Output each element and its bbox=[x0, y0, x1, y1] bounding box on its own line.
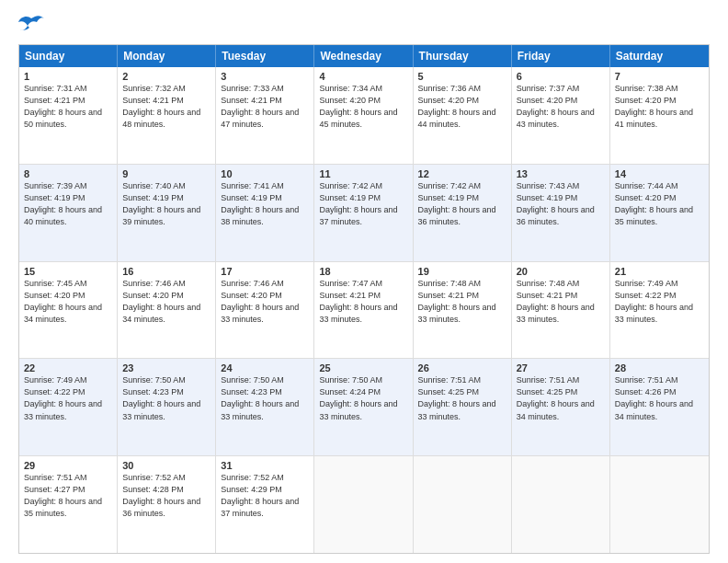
day-number: 11 bbox=[319, 168, 407, 179]
calendar-cell: 19Sunrise: 7:48 AMSunset: 4:21 PMDayligh… bbox=[414, 262, 512, 359]
calendar: SundayMondayTuesdayWednesdayThursdayFrid… bbox=[18, 44, 710, 554]
day-info: Sunrise: 7:42 AMSunset: 4:19 PMDaylight:… bbox=[418, 180, 506, 228]
calendar-row: 15Sunrise: 7:45 AMSunset: 4:20 PMDayligh… bbox=[19, 262, 709, 360]
day-number: 31 bbox=[221, 460, 309, 471]
day-number: 13 bbox=[517, 168, 605, 179]
day-number: 28 bbox=[615, 362, 704, 373]
day-number: 3 bbox=[221, 71, 309, 82]
calendar-cell: 28Sunrise: 7:51 AMSunset: 4:26 PMDayligh… bbox=[610, 359, 709, 455]
day-info: Sunrise: 7:52 AMSunset: 4:28 PMDaylight:… bbox=[122, 472, 210, 520]
calendar-row: 1Sunrise: 7:31 AMSunset: 4:21 PMDaylight… bbox=[19, 67, 709, 165]
day-info: Sunrise: 7:37 AMSunset: 4:20 PMDaylight:… bbox=[517, 83, 605, 131]
calendar-cell: 25Sunrise: 7:50 AMSunset: 4:24 PMDayligh… bbox=[314, 359, 413, 455]
day-info: Sunrise: 7:47 AMSunset: 4:21 PMDaylight:… bbox=[319, 278, 407, 326]
calendar-cell: 7Sunrise: 7:38 AMSunset: 4:20 PMDaylight… bbox=[610, 67, 709, 164]
day-number: 23 bbox=[122, 362, 210, 373]
day-info: Sunrise: 7:50 AMSunset: 4:23 PMDaylight:… bbox=[122, 374, 210, 422]
day-info: Sunrise: 7:41 AMSunset: 4:19 PMDaylight:… bbox=[221, 180, 309, 228]
day-info: Sunrise: 7:32 AMSunset: 4:21 PMDaylight:… bbox=[122, 83, 210, 131]
day-number: 25 bbox=[319, 362, 407, 373]
day-number: 22 bbox=[24, 362, 112, 373]
logo bbox=[18, 15, 51, 35]
logo-area bbox=[18, 15, 51, 35]
day-number: 2 bbox=[122, 71, 210, 82]
day-info: Sunrise: 7:39 AMSunset: 4:19 PMDaylight:… bbox=[24, 180, 112, 228]
day-number: 17 bbox=[221, 266, 309, 277]
calendar-cell bbox=[610, 456, 709, 553]
weekday-header: Monday bbox=[118, 45, 216, 67]
day-number: 12 bbox=[418, 168, 506, 179]
calendar-cell: 21Sunrise: 7:49 AMSunset: 4:22 PMDayligh… bbox=[610, 262, 709, 359]
weekday-header: Tuesday bbox=[216, 45, 314, 67]
calendar-cell bbox=[314, 456, 413, 553]
day-number: 18 bbox=[319, 266, 407, 277]
weekday-header: Thursday bbox=[414, 45, 512, 67]
weekday-header: Wednesday bbox=[314, 45, 413, 67]
day-info: Sunrise: 7:46 AMSunset: 4:20 PMDaylight:… bbox=[122, 278, 210, 326]
calendar-cell: 9Sunrise: 7:40 AMSunset: 4:19 PMDaylight… bbox=[118, 165, 216, 261]
day-info: Sunrise: 7:44 AMSunset: 4:20 PMDaylight:… bbox=[615, 180, 704, 228]
calendar-cell: 31Sunrise: 7:52 AMSunset: 4:29 PMDayligh… bbox=[216, 456, 314, 553]
day-info: Sunrise: 7:31 AMSunset: 4:21 PMDaylight:… bbox=[24, 83, 112, 131]
day-number: 1 bbox=[24, 71, 112, 82]
day-info: Sunrise: 7:48 AMSunset: 4:21 PMDaylight:… bbox=[418, 278, 506, 326]
weekday-header: Sunday bbox=[19, 45, 118, 67]
day-number: 6 bbox=[517, 71, 605, 82]
day-info: Sunrise: 7:50 AMSunset: 4:23 PMDaylight:… bbox=[221, 374, 309, 422]
calendar-cell bbox=[512, 456, 610, 553]
calendar-header: SundayMondayTuesdayWednesdayThursdayFrid… bbox=[19, 45, 709, 67]
day-info: Sunrise: 7:36 AMSunset: 4:20 PMDaylight:… bbox=[418, 83, 506, 131]
calendar-cell: 16Sunrise: 7:46 AMSunset: 4:20 PMDayligh… bbox=[118, 262, 216, 359]
day-number: 8 bbox=[24, 168, 112, 179]
day-number: 29 bbox=[24, 460, 112, 471]
calendar-cell bbox=[414, 456, 512, 553]
day-info: Sunrise: 7:50 AMSunset: 4:24 PMDaylight:… bbox=[319, 374, 407, 422]
day-info: Sunrise: 7:51 AMSunset: 4:27 PMDaylight:… bbox=[24, 472, 112, 520]
day-number: 10 bbox=[221, 168, 309, 179]
day-number: 30 bbox=[122, 460, 210, 471]
weekday-header: Friday bbox=[512, 45, 610, 67]
calendar-cell: 3Sunrise: 7:33 AMSunset: 4:21 PMDaylight… bbox=[216, 67, 314, 164]
calendar-cell: 1Sunrise: 7:31 AMSunset: 4:21 PMDaylight… bbox=[19, 67, 118, 164]
calendar-cell: 8Sunrise: 7:39 AMSunset: 4:19 PMDaylight… bbox=[19, 165, 118, 261]
day-number: 5 bbox=[418, 71, 506, 82]
calendar-body: 1Sunrise: 7:31 AMSunset: 4:21 PMDaylight… bbox=[19, 67, 709, 553]
calendar-cell: 22Sunrise: 7:49 AMSunset: 4:22 PMDayligh… bbox=[19, 359, 118, 455]
calendar-cell: 14Sunrise: 7:44 AMSunset: 4:20 PMDayligh… bbox=[610, 165, 709, 261]
calendar-cell: 23Sunrise: 7:50 AMSunset: 4:23 PMDayligh… bbox=[118, 359, 216, 455]
calendar-cell: 24Sunrise: 7:50 AMSunset: 4:23 PMDayligh… bbox=[216, 359, 314, 455]
calendar-cell: 4Sunrise: 7:34 AMSunset: 4:20 PMDaylight… bbox=[314, 67, 413, 164]
day-number: 4 bbox=[319, 71, 407, 82]
calendar-row: 29Sunrise: 7:51 AMSunset: 4:27 PMDayligh… bbox=[19, 456, 709, 553]
calendar-cell: 30Sunrise: 7:52 AMSunset: 4:28 PMDayligh… bbox=[118, 456, 216, 553]
calendar-cell: 6Sunrise: 7:37 AMSunset: 4:20 PMDaylight… bbox=[512, 67, 610, 164]
day-number: 20 bbox=[517, 266, 605, 277]
day-number: 21 bbox=[615, 266, 704, 277]
day-info: Sunrise: 7:43 AMSunset: 4:19 PMDaylight:… bbox=[517, 180, 605, 228]
calendar-cell: 15Sunrise: 7:45 AMSunset: 4:20 PMDayligh… bbox=[19, 262, 118, 359]
day-info: Sunrise: 7:38 AMSunset: 4:20 PMDaylight:… bbox=[615, 83, 704, 131]
calendar-cell: 2Sunrise: 7:32 AMSunset: 4:21 PMDaylight… bbox=[118, 67, 216, 164]
calendar-row: 8Sunrise: 7:39 AMSunset: 4:19 PMDaylight… bbox=[19, 165, 709, 262]
day-info: Sunrise: 7:42 AMSunset: 4:19 PMDaylight:… bbox=[319, 180, 407, 228]
day-number: 16 bbox=[122, 266, 210, 277]
day-number: 27 bbox=[517, 362, 605, 373]
calendar-cell: 17Sunrise: 7:46 AMSunset: 4:20 PMDayligh… bbox=[216, 262, 314, 359]
day-info: Sunrise: 7:46 AMSunset: 4:20 PMDaylight:… bbox=[221, 278, 309, 326]
calendar-cell: 20Sunrise: 7:48 AMSunset: 4:21 PMDayligh… bbox=[512, 262, 610, 359]
calendar-cell: 10Sunrise: 7:41 AMSunset: 4:19 PMDayligh… bbox=[216, 165, 314, 261]
day-info: Sunrise: 7:52 AMSunset: 4:29 PMDaylight:… bbox=[221, 472, 309, 520]
day-number: 9 bbox=[122, 168, 210, 179]
day-info: Sunrise: 7:40 AMSunset: 4:19 PMDaylight:… bbox=[122, 180, 210, 228]
day-info: Sunrise: 7:51 AMSunset: 4:26 PMDaylight:… bbox=[615, 374, 704, 422]
day-number: 15 bbox=[24, 266, 112, 277]
day-info: Sunrise: 7:34 AMSunset: 4:20 PMDaylight:… bbox=[319, 83, 407, 131]
calendar-cell: 13Sunrise: 7:43 AMSunset: 4:19 PMDayligh… bbox=[512, 165, 610, 261]
logo-icon bbox=[18, 15, 44, 35]
day-info: Sunrise: 7:49 AMSunset: 4:22 PMDaylight:… bbox=[24, 374, 112, 422]
calendar-cell: 18Sunrise: 7:47 AMSunset: 4:21 PMDayligh… bbox=[314, 262, 413, 359]
day-info: Sunrise: 7:49 AMSunset: 4:22 PMDaylight:… bbox=[615, 278, 704, 326]
calendar-cell: 11Sunrise: 7:42 AMSunset: 4:19 PMDayligh… bbox=[314, 165, 413, 261]
day-number: 7 bbox=[615, 71, 704, 82]
day-info: Sunrise: 7:51 AMSunset: 4:25 PMDaylight:… bbox=[418, 374, 506, 422]
